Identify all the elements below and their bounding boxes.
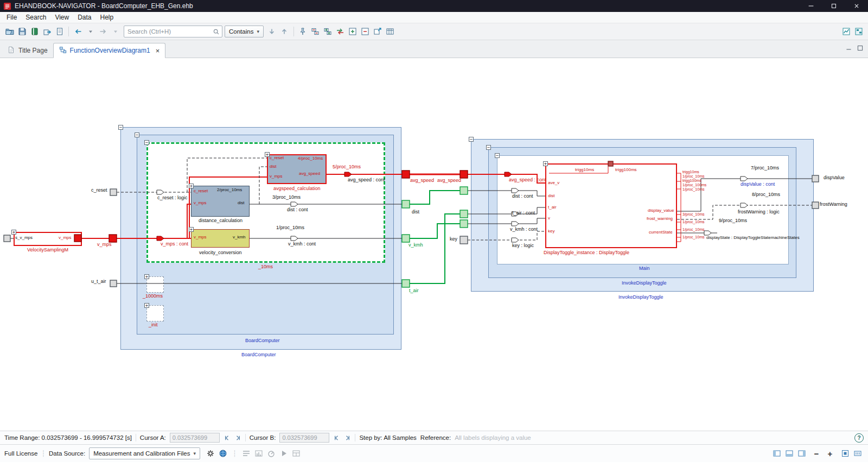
open-icon[interactable] (3, 26, 16, 37)
connector-arrow[interactable] (741, 176, 748, 181)
maximize-view-icon[interactable] (857, 44, 864, 54)
export-icon[interactable] (41, 26, 53, 37)
port-vs-output[interactable] (74, 235, 81, 242)
cursor-a-step-forward-button[interactable] (234, 434, 241, 441)
window-maximize-button[interactable] (822, 0, 845, 12)
expander-minus-icon[interactable]: − (135, 132, 139, 137)
panel-left-icon[interactable] (770, 447, 783, 459)
expand-all-icon[interactable] (322, 26, 334, 37)
back-history-icon[interactable] (84, 26, 97, 37)
port-v_kmh-in-port[interactable] (460, 220, 468, 228)
expander-minus-icon[interactable]: − (118, 125, 123, 130)
cursor-b-input[interactable] (279, 433, 329, 443)
handbook-icon[interactable] (28, 26, 41, 37)
connector-arrow[interactable] (291, 202, 298, 206)
connector-arrow[interactable] (512, 238, 519, 242)
save-icon[interactable] (16, 26, 28, 37)
port-u_t_air-port[interactable] (110, 280, 117, 287)
overview-icon[interactable] (852, 26, 865, 37)
connector-arrow[interactable] (344, 172, 352, 176)
menu-search[interactable]: Search (21, 12, 50, 22)
data-source-dropdown[interactable]: Measurement and Calibration Files ▾ (89, 447, 200, 459)
data-source-icon[interactable] (216, 447, 229, 459)
menu-help[interactable]: Help (96, 12, 118, 22)
connector-arrow[interactable] (741, 203, 748, 207)
close-subsystem-icon[interactable] (359, 26, 372, 37)
zoom-fit-icon[interactable] (839, 447, 851, 459)
cursor-b-step-back-button[interactable] (333, 434, 340, 441)
expander-minus-icon[interactable]: − (144, 140, 149, 145)
table-view-icon[interactable] (384, 26, 397, 37)
wire-t_air-link[interactable] (410, 214, 460, 283)
panel-right-icon[interactable] (795, 447, 808, 459)
port-avg_speed-out-port[interactable] (402, 171, 410, 178)
expander-minus-icon[interactable]: − (495, 153, 500, 158)
start-visualization-icon[interactable] (278, 447, 290, 459)
zoom-out-button[interactable]: − (812, 449, 821, 458)
port-vs-input[interactable] (4, 235, 10, 242)
expander-plus-icon[interactable]: + (189, 227, 194, 232)
port-avg_speed-in-port[interactable] (460, 171, 468, 178)
pin-icon[interactable] (297, 26, 309, 37)
menu-view[interactable]: View (50, 12, 73, 22)
layout-icon[interactable] (290, 447, 303, 459)
connector-arrow[interactable] (505, 172, 512, 176)
connector-arrow[interactable] (512, 222, 519, 226)
expander-minus-icon[interactable]: − (486, 145, 491, 150)
expander-plus-icon[interactable]: + (189, 184, 194, 188)
show-plot-icon[interactable] (840, 26, 852, 37)
expander-plus-icon[interactable]: + (265, 152, 270, 157)
window-close-button[interactable] (845, 0, 868, 12)
configure-icon[interactable] (253, 447, 265, 459)
port-t_air-out-port[interactable] (402, 280, 410, 287)
port-trigger-top-port[interactable] (608, 161, 613, 166)
panel-bottom-icon[interactable] (783, 447, 795, 459)
report-icon[interactable] (53, 26, 66, 37)
port-frostWarning-port[interactable] (812, 202, 819, 209)
goto-down-icon[interactable] (266, 26, 278, 37)
zoom-in-button[interactable]: + (825, 449, 835, 458)
connector-arrow[interactable] (704, 231, 711, 235)
open-subsystem-icon[interactable] (347, 26, 359, 37)
expander-plus-icon[interactable]: + (144, 274, 149, 279)
forward-icon[interactable] (97, 26, 109, 37)
port-c_reset-port[interactable] (110, 189, 117, 195)
connector-arrow[interactable] (291, 236, 298, 241)
wire-v_kmh-in[interactable] (468, 218, 545, 224)
help-icon[interactable]: ? (854, 433, 864, 443)
tab-title-page[interactable]: Title Page (2, 43, 53, 58)
port-dist-in-port[interactable] (460, 187, 468, 194)
close-tab-icon[interactable]: × (156, 47, 160, 55)
menu-file[interactable]: File (2, 12, 21, 22)
instruments-icon[interactable] (265, 447, 278, 459)
search-mode-dropdown[interactable]: Contains ▾ (225, 26, 264, 37)
minimize-view-icon[interactable] (845, 44, 852, 54)
zoom-100-icon[interactable] (851, 447, 864, 459)
wire-v_mps-to-avgspeed[interactable] (189, 177, 267, 238)
expander-plus-icon[interactable]: + (144, 303, 149, 308)
diagram-canvas[interactable]: +−−−+++++−−−+s_v_mpsv_mpsVelocitySamplin… (0, 58, 868, 431)
cursor-a-step-back-button[interactable] (224, 434, 231, 441)
goto-up-icon[interactable] (278, 26, 291, 37)
wire-dist-link[interactable] (410, 191, 460, 204)
connector-arrow[interactable] (157, 236, 164, 241)
window-minimize-button[interactable] (800, 0, 822, 12)
expander-plus-icon[interactable]: + (543, 161, 548, 166)
search-input[interactable] (126, 28, 213, 35)
menu-data[interactable]: Data (73, 12, 95, 22)
wire-dist-to-avgspeed[interactable] (259, 167, 267, 204)
cursor-a-input[interactable] (170, 433, 220, 443)
connector-arrow[interactable] (512, 188, 519, 193)
tab-function-overview-diagram[interactable]: FunctionOverviewDiagram1 × (53, 43, 166, 58)
search-box[interactable] (124, 26, 222, 37)
port-v_kmh-out-port[interactable] (402, 235, 410, 242)
expander-minus-icon[interactable]: − (469, 137, 474, 142)
sync-selection-icon[interactable] (334, 26, 347, 37)
collapse-all-icon[interactable] (309, 26, 322, 37)
signal-list-icon[interactable] (240, 447, 253, 459)
back-icon[interactable] (72, 26, 84, 37)
port-dist-out-port[interactable] (402, 200, 410, 208)
detach-icon[interactable] (372, 26, 384, 37)
cursor-b-step-forward-button[interactable] (344, 434, 351, 441)
wire-dist-in[interactable] (468, 191, 545, 196)
